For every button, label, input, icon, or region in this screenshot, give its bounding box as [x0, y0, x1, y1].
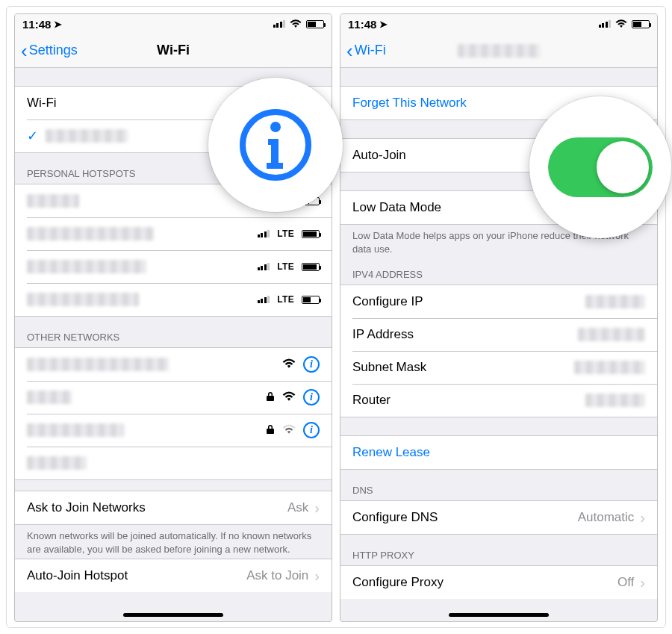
lte-label: LTE — [277, 229, 294, 239]
hotspot-row[interactable]: LTE — [15, 250, 332, 283]
ssid-title-redacted — [458, 44, 540, 58]
info-icon[interactable]: i — [303, 389, 320, 405]
configure-ip-label: Configure IP — [352, 294, 585, 309]
auto-join-hotspot-label: Auto-Join Hotspot — [27, 568, 246, 583]
section-header-proxy: HTTP PROXY — [340, 535, 657, 565]
status-time: 11:48 — [348, 18, 376, 31]
auto-join-hotspot-row[interactable]: Auto-Join Hotspot Ask to Join › — [15, 559, 332, 592]
checkmark-icon: ✓ — [27, 128, 38, 144]
cellular-signal-icon — [258, 263, 270, 270]
chevron-right-icon: › — [640, 574, 645, 591]
network-row[interactable]: i — [15, 414, 332, 447]
subnet-mask-label: Subnet Mask — [352, 360, 574, 375]
callout-info-icon — [208, 78, 343, 212]
nav-bar: ‹ Wi-Fi — [340, 34, 657, 68]
cellular-signal-icon — [599, 20, 612, 28]
configure-proxy-value: Off — [617, 575, 634, 590]
battery-icon — [302, 230, 320, 238]
configure-ip-row[interactable]: Configure IP — [340, 285, 657, 318]
lte-label: LTE — [277, 294, 294, 305]
network-row[interactable] — [15, 447, 332, 479]
status-time: 11:48 — [22, 18, 51, 31]
status-bar: 11:48 ➤ — [340, 14, 657, 34]
wifi-icon — [282, 357, 296, 373]
page-title — [340, 43, 657, 58]
subnet-mask-row: Subnet Mask — [340, 351, 657, 384]
cellular-signal-icon — [258, 296, 270, 303]
section-header-other: OTHER NETWORKS — [15, 317, 332, 347]
router-row: Router — [340, 384, 657, 417]
ask-to-join-row[interactable]: Ask to Join Networks Ask › — [15, 491, 332, 524]
nav-bar: ‹ Settings Wi-Fi — [15, 34, 332, 68]
wifi-icon — [282, 390, 296, 405]
cellular-signal-icon — [258, 230, 270, 237]
configure-dns-label: Configure DNS — [352, 510, 578, 525]
home-indicator[interactable] — [449, 613, 549, 617]
renew-lease-label: Renew Lease — [352, 445, 645, 460]
section-header-ipv4: IPV4 ADDRESS — [340, 258, 657, 285]
subnet-mask-value-redacted — [574, 361, 645, 374]
battery-icon — [632, 20, 650, 28]
chevron-right-icon: › — [640, 509, 645, 526]
ip-address-label: IP Address — [352, 327, 578, 342]
auto-join-hotspot-value: Ask to Join — [246, 568, 308, 583]
stage: 11:48 ➤ ‹ Settings Wi-Fi Wi-Fi — [6, 6, 666, 628]
ssid-redacted — [27, 423, 124, 437]
wifi-status-icon — [615, 18, 627, 31]
location-arrow-icon: ➤ — [54, 19, 62, 30]
ssid-redacted — [27, 358, 169, 371]
battery-icon — [302, 263, 320, 271]
connected-ssid-redacted — [46, 129, 128, 143]
cellular-signal-icon — [273, 20, 286, 28]
configure-dns-value: Automatic — [578, 510, 635, 525]
ask-to-join-label: Ask to Join Networks — [27, 500, 287, 515]
configure-dns-row[interactable]: Configure DNS Automatic › — [340, 501, 657, 534]
ask-to-join-footer: Known networks will be joined automatica… — [15, 525, 332, 559]
back-label: Settings — [29, 43, 78, 58]
ip-address-value-redacted — [578, 328, 645, 341]
lte-label: LTE — [277, 261, 294, 272]
configure-ip-value-redacted — [585, 295, 645, 308]
ip-address-row: IP Address — [340, 318, 657, 351]
info-icon — [240, 109, 311, 181]
renew-lease-row[interactable]: Renew Lease — [340, 436, 657, 469]
hotspot-row[interactable]: LTE — [15, 217, 332, 250]
svg-point-0 — [270, 122, 281, 132]
wifi-status-icon — [290, 18, 302, 31]
hotspot-name-redacted — [27, 293, 139, 306]
chevron-right-icon: › — [314, 568, 320, 585]
lock-icon — [266, 391, 275, 404]
lock-icon — [266, 424, 275, 437]
ssid-redacted — [27, 391, 72, 404]
back-label: Wi-Fi — [355, 43, 386, 58]
callout-autojoin-toggle — [529, 96, 671, 238]
chevron-right-icon: › — [314, 500, 320, 517]
toggle-on-icon — [548, 137, 653, 197]
hotspot-name-redacted — [27, 227, 154, 240]
network-row[interactable]: i — [15, 381, 332, 414]
back-button[interactable]: ‹ Wi-Fi — [346, 43, 386, 58]
info-icon[interactable]: i — [303, 356, 320, 373]
ssid-redacted — [27, 456, 87, 470]
section-header-dns: DNS — [340, 470, 657, 500]
wifi-icon — [282, 423, 296, 438]
hotspot-name-redacted — [27, 260, 146, 273]
battery-icon — [306, 20, 324, 28]
status-bar: 11:48 ➤ — [15, 14, 332, 34]
router-value-redacted — [585, 394, 645, 407]
network-row[interactable]: i — [15, 348, 332, 381]
configure-proxy-label: Configure Proxy — [352, 575, 617, 590]
battery-icon — [302, 296, 320, 304]
back-button[interactable]: ‹ Settings — [21, 43, 78, 58]
configure-proxy-row[interactable]: Configure Proxy Off › — [340, 566, 657, 599]
info-icon[interactable]: i — [303, 422, 320, 438]
home-indicator[interactable] — [123, 613, 223, 617]
router-label: Router — [352, 393, 585, 408]
ask-to-join-value: Ask — [287, 500, 308, 515]
location-arrow-icon: ➤ — [379, 19, 388, 30]
hotspot-row[interactable]: LTE — [15, 283, 332, 316]
hotspot-name-redacted — [27, 194, 79, 208]
